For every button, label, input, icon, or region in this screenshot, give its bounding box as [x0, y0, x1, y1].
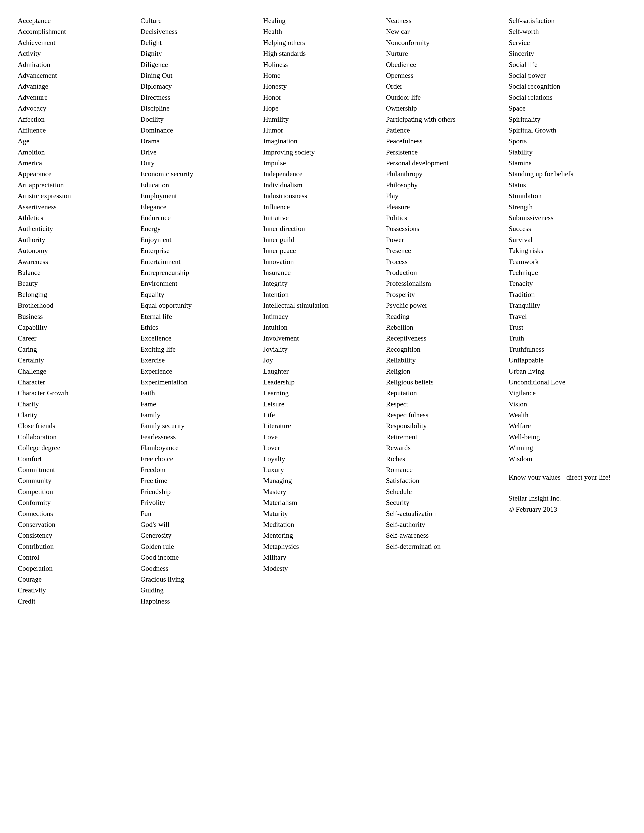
list-item: Possessions [386, 223, 504, 234]
list-item: Discipline [140, 103, 258, 114]
list-item: Rebellion [386, 322, 504, 333]
list-item: Self-awareness [386, 530, 504, 541]
footer-tagline: Know your values - direct your life! [509, 472, 626, 482]
list-item: Involvement [263, 333, 381, 344]
list-item: Goodness [140, 563, 258, 574]
list-item: Gracious living [140, 574, 258, 585]
copyright-text: Stellar Insight Inc. [509, 493, 626, 503]
list-item: Happiness [140, 596, 258, 606]
list-item: Mastery [263, 486, 381, 497]
list-item: Diligence [140, 59, 258, 70]
list-item: Rewards [386, 442, 504, 453]
list-item: Joviality [263, 344, 381, 355]
list-item: Acceptance [18, 15, 135, 26]
list-item: Elegance [140, 201, 258, 212]
list-item: Challenge [18, 366, 135, 376]
list-item: Creativity [18, 585, 135, 595]
list-item: Adventure [18, 92, 135, 103]
list-item: Good income [140, 552, 258, 563]
list-item: Directness [140, 92, 258, 103]
list-item: Courage [18, 574, 135, 585]
list-item: Lover [263, 442, 381, 453]
list-item: Tranquility [509, 300, 626, 311]
list-item: Age [18, 135, 135, 146]
list-item: Participating with others [386, 114, 504, 125]
list-item: Intention [263, 289, 381, 300]
list-item: Energy [140, 223, 258, 234]
list-item: Dominance [140, 125, 258, 135]
list-item: Influence [263, 201, 381, 212]
list-item: Meditation [263, 519, 381, 530]
list-item: Beauty [18, 278, 135, 289]
list-item: Reputation [386, 388, 504, 398]
list-item: Insurance [263, 267, 381, 278]
column-3: HealingHealthHelping othersHigh standard… [263, 15, 386, 606]
list-item: Health [263, 26, 381, 37]
list-item: Intuition [263, 322, 381, 333]
list-item: Leisure [263, 399, 381, 409]
list-item: Reading [386, 311, 504, 322]
list-item: Athletics [18, 212, 135, 223]
list-item: Environment [140, 278, 258, 289]
list-item: Advocacy [18, 103, 135, 114]
list-item: Generosity [140, 530, 258, 541]
list-item: Teamwork [509, 256, 626, 267]
list-item: Art appreciation [18, 180, 135, 190]
list-item: Honor [263, 92, 381, 103]
list-item: Patience [386, 125, 504, 135]
list-item: Religion [386, 366, 504, 376]
list-item: Stamina [509, 158, 626, 168]
list-item: Autonomy [18, 245, 135, 256]
list-item: Accomplishment [18, 26, 135, 37]
list-item: Decisiveness [140, 26, 258, 37]
list-item: Eternal life [140, 311, 258, 322]
list-item: Social recognition [509, 81, 626, 92]
list-item: Joy [263, 355, 381, 365]
list-item: Space [509, 103, 626, 114]
list-item: Helping others [263, 37, 381, 48]
list-item: Literature [263, 420, 381, 431]
list-item: Inner peace [263, 245, 381, 256]
list-item: Tenacity [509, 278, 626, 289]
list-item: Ownership [386, 103, 504, 114]
list-item: Enterprise [140, 245, 258, 256]
list-item: Authority [18, 234, 135, 245]
list-item: Wealth [509, 409, 626, 420]
list-item: Sports [509, 135, 626, 146]
list-item: Unflappable [509, 355, 626, 365]
list-item: Impulse [263, 158, 381, 168]
list-item: Contribution [18, 541, 135, 552]
list-item: Obedience [386, 59, 504, 70]
list-item: New car [386, 26, 504, 37]
list-item: Economic security [140, 168, 258, 179]
list-item: Docility [140, 114, 258, 125]
list-item: Psychic power [386, 300, 504, 311]
list-item: Self-determinati on [386, 541, 504, 552]
list-item: Balance [18, 267, 135, 278]
list-item: Social relations [509, 92, 626, 103]
footer-text: Know your values - direct your life! [509, 472, 626, 482]
list-item: Flamboyance [140, 442, 258, 453]
list-item: Comfort [18, 453, 135, 464]
list-item: Delight [140, 37, 258, 48]
list-item: Authenticity [18, 223, 135, 234]
list-item: Employment [140, 190, 258, 201]
list-item: Order [386, 81, 504, 92]
list-item: Free time [140, 475, 258, 486]
list-item: Advancement [18, 70, 135, 81]
list-item: Respectfulness [386, 409, 504, 420]
list-item: Control [18, 552, 135, 563]
list-item: Leadership [263, 376, 381, 388]
list-item: Military [263, 552, 381, 563]
list-item: Survival [509, 234, 626, 245]
list-item: Activity [18, 48, 135, 59]
list-item: Frivolity [140, 497, 258, 508]
list-item: Conformity [18, 497, 135, 508]
column-2: CultureDecisivenessDelightDignityDiligen… [140, 15, 263, 606]
list-item: Vigilance [509, 388, 626, 398]
list-item: Ambition [18, 147, 135, 158]
list-item: Admiration [18, 59, 135, 70]
list-item: Family [140, 409, 258, 420]
list-item: Luxury [263, 464, 381, 475]
list-item: Life [263, 409, 381, 420]
